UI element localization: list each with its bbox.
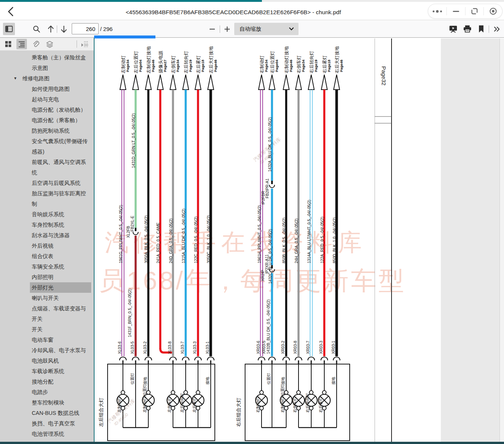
pdf-toolbar: / 296 自动缩放 xyxy=(0,20,504,38)
toc-item[interactable]: 冷却风扇、电子水泵与电池鼓风机 xyxy=(0,345,94,366)
toc-item[interactable]: 开关 xyxy=(0,324,94,335)
wire-page-label: Page46 xyxy=(151,60,155,72)
toc-item-selected[interactable]: 外部灯光 xyxy=(30,282,91,293)
toc-item[interactable]: 电机控制系统 xyxy=(0,439,94,442)
toc-item[interactable]: 组合仪表 xyxy=(0,251,94,261)
toc-item[interactable]: 防抱死制动系统 xyxy=(0,125,94,136)
presentation-mode-icon[interactable] xyxy=(447,23,459,35)
caret-down-icon[interactable]: ▼ xyxy=(13,73,17,84)
scrollbar-track[interactable] xyxy=(500,38,504,442)
toc-item[interactable]: 如何使用电路图 xyxy=(0,84,94,94)
toc-item[interactable]: ▼维修电路图 xyxy=(0,73,94,84)
toc-item[interactable]: 前暖风、通风与空调系统 xyxy=(0,157,94,178)
bulb-terminal xyxy=(322,391,326,394)
wire-group: 右后转向灯Page191314A_BLU LT/WHT_0.5_-04/-05(… xyxy=(306,51,318,364)
pin-socket xyxy=(321,357,328,360)
toc-item[interactable]: 点烟器、车载逆变器与开关 xyxy=(0,303,94,324)
more-tools-icon[interactable] xyxy=(491,23,503,35)
toc-item[interactable]: CAN-BUS 数据总线 xyxy=(0,408,94,418)
toc-item-label: 如何使用电路图 xyxy=(32,86,70,92)
wire-name-label: 摄像头电源 xyxy=(158,51,163,74)
toc-item[interactable]: 车辆安全系统 xyxy=(0,261,94,272)
wire-group: 右制动灯接地Page46850B_BLK_0.5_-04/-05(2)XR03-… xyxy=(281,46,293,364)
toc-item[interactable]: 电动车窗 xyxy=(0,335,94,345)
toc-item[interactable]: 起动与充电 xyxy=(0,94,94,105)
wire-name-label: 左后大灯接地 xyxy=(208,46,214,74)
toc-item-label: 后空调与后暖风系统 xyxy=(32,180,81,186)
toc-item[interactable]: 音响娱乐系统 xyxy=(0,209,94,220)
toc-item[interactable]: 胎压监测与驻车距离控制 xyxy=(0,188,94,209)
toc-item[interactable]: 车身控制系统 xyxy=(0,220,94,230)
wire-spec-label: 24D_GRA_0.5_-04/-05(2) xyxy=(168,218,173,263)
bulb-terminal xyxy=(121,406,125,410)
pin-label: XR03-8 xyxy=(293,341,297,354)
print-icon[interactable] xyxy=(461,23,473,35)
bulb-label: 左后转向灯 xyxy=(180,393,184,413)
toc-item[interactable]: 外后视镜 xyxy=(0,240,94,251)
pin-label: XR03-2 xyxy=(281,341,285,354)
page-up-button[interactable] xyxy=(45,23,57,35)
toc-item[interactable]: 安全气囊系统(带侧碰传感器) xyxy=(0,136,94,157)
zoom-out-button[interactable] xyxy=(206,23,218,35)
search-icon[interactable] xyxy=(31,23,43,35)
wire-spec-label: 241A_RED_0.5_CAME xyxy=(156,223,160,263)
back-button[interactable] xyxy=(6,6,16,17)
toc-item-label: 电踏步 xyxy=(32,389,48,395)
wire-name-label: 右后位置灯 xyxy=(270,51,275,74)
bulb-terminal xyxy=(196,391,200,394)
page-number-input[interactable] xyxy=(72,23,99,34)
offpage-arrow xyxy=(183,75,189,90)
inline-connector-pin xyxy=(135,228,136,231)
window-controls xyxy=(428,4,503,19)
wire-spec-label: 3050A_BLK_0.5_-04/-05(2) xyxy=(144,215,148,263)
bulb-label: 左倒车灯 xyxy=(167,397,171,413)
attachments-icon[interactable] xyxy=(31,39,41,49)
toc-item[interactable]: 电源分配（发动机舱） xyxy=(0,105,94,115)
toc-item[interactable]: 整车控制模块 xyxy=(0,397,94,408)
toc-item[interactable]: 后空调与后暖风系统 xyxy=(0,178,94,188)
minimize-icon[interactable] xyxy=(446,7,465,15)
lamp-top-label: 位置灯 xyxy=(130,373,134,385)
restore-window-icon[interactable] xyxy=(465,7,484,15)
thumbnails-icon[interactable] xyxy=(3,39,13,49)
pin-socket xyxy=(132,357,139,360)
wire-page-label: Page46 xyxy=(289,60,293,72)
titlebar: <45563639B4BFB5E7B6AFB3B5CEACD0DECAD6B2E… xyxy=(0,2,504,20)
wire-spec-label: 122C_RED_0.5_-04/-05(2) xyxy=(194,217,198,264)
toc-item[interactable]: 内部照明 xyxy=(0,272,94,282)
toc-item[interactable]: 乘客舱（主）保险丝盒示意图 xyxy=(0,52,94,73)
table-of-contents: 乘客舱（主）保险丝盒示意图▼维修电路图如何使用电路图起动与充电电源分配（发动机舱… xyxy=(0,50,94,442)
outline-icon[interactable] xyxy=(16,39,27,49)
toc-item-label: 维修电路图 xyxy=(22,75,50,81)
toc-item-label: 刮水器与洗涤器 xyxy=(32,232,70,238)
toc-item[interactable]: 喇叭与开关 xyxy=(0,293,94,303)
zoom-select[interactable]: 自动缩放 xyxy=(234,23,299,35)
pin-socket xyxy=(283,357,290,360)
more-options-icon[interactable] xyxy=(428,7,446,15)
bookmark-icon[interactable] xyxy=(475,23,487,35)
toc-item[interactable]: 换挡、电子真空泵 xyxy=(0,418,94,429)
toc-item[interactable]: 电踏步 xyxy=(0,387,94,397)
toc-item[interactable]: 接地分配 xyxy=(0,376,94,387)
viewer-gutter xyxy=(441,38,504,442)
toc-item[interactable]: 电池管理系统 xyxy=(0,429,94,439)
toc-item-label: 内部照明 xyxy=(32,274,53,280)
toc-item[interactable]: 车载诊断系统 xyxy=(0,366,94,376)
zoom-in-button[interactable] xyxy=(221,23,233,35)
toc-item-label: 电池管理系统 xyxy=(32,431,64,437)
toc-item-label: 喇叭与开关 xyxy=(32,295,59,301)
wire-name-label: 左倒车灯 xyxy=(171,55,176,74)
lamp-top-label: 接地 xyxy=(281,377,285,385)
current-outline-item-icon[interactable] xyxy=(80,39,90,49)
sidebar-toggle-button[interactable] xyxy=(3,23,15,35)
page-down-button[interactable] xyxy=(58,23,70,35)
toc-item[interactable]: 刮水器与洗涤器 xyxy=(0,230,94,240)
layers-icon[interactable] xyxy=(44,39,55,49)
toc-item[interactable]: 电源分配（乘客舱） xyxy=(0,115,94,125)
offpage-arrow xyxy=(208,75,214,90)
pin-socket xyxy=(145,357,152,360)
loading-bar xyxy=(94,35,155,38)
toc-item-label: 外后视镜 xyxy=(32,243,53,249)
record-close-icon[interactable] xyxy=(483,7,502,15)
wire-spec-label: 1432A_BLU DK_0.5_-04/-05(2) xyxy=(268,117,272,172)
